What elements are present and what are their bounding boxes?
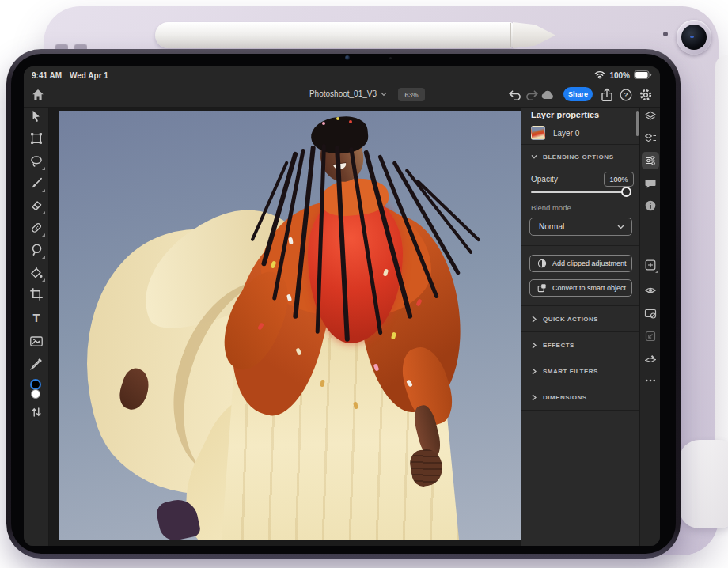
top-button bbox=[55, 44, 68, 49]
tool-healing-brush[interactable] bbox=[28, 220, 44, 236]
section-effects[interactable]: EFFECTS bbox=[521, 332, 640, 358]
undo-button[interactable] bbox=[507, 87, 523, 103]
layers-icon[interactable] bbox=[644, 110, 657, 123]
section-smart-filters[interactable]: SMART FILTERS bbox=[521, 358, 640, 384]
chevron-right-icon bbox=[532, 316, 537, 323]
chevron-down-icon bbox=[617, 225, 624, 229]
layer-properties-icon[interactable] bbox=[644, 132, 657, 145]
comments-icon[interactable] bbox=[644, 177, 657, 190]
blending-options-label: BLENDING OPTIONS bbox=[543, 153, 614, 161]
section-label: SMART FILTERS bbox=[543, 368, 598, 375]
section-quick-actions[interactable]: QUICK ACTIONS bbox=[521, 306, 640, 332]
blend-mode-label: Blend mode bbox=[531, 203, 571, 212]
chevron-right-icon bbox=[532, 394, 537, 401]
more-options-icon[interactable] bbox=[644, 374, 657, 387]
visibility-eye-icon[interactable] bbox=[644, 284, 657, 297]
tool-place-photo[interactable] bbox=[28, 333, 44, 349]
svg-text:?: ? bbox=[624, 90, 628, 99]
tool-brush[interactable] bbox=[28, 176, 44, 191]
layer-name[interactable]: Layer 0 bbox=[553, 129, 579, 138]
opacity-label: Opacity bbox=[531, 175, 558, 184]
canvas-workspace[interactable] bbox=[49, 108, 521, 546]
tool-move[interactable] bbox=[28, 108, 44, 124]
front-sensor-dot bbox=[389, 57, 392, 59]
tool-clone-stamp[interactable] bbox=[28, 242, 44, 258]
section-label: QUICK ACTIONS bbox=[543, 316, 598, 323]
panel-sections: QUICK ACTIONS EFFECTS SMART FILTERS DIME… bbox=[521, 305, 640, 411]
layer-thumbnail[interactable] bbox=[531, 126, 545, 140]
panel-scrollbar[interactable] bbox=[636, 111, 639, 136]
document-title[interactable]: Photoshoot_01_V3 bbox=[285, 89, 411, 98]
opacity-slider-knob[interactable] bbox=[621, 187, 631, 197]
tool-type[interactable]: T bbox=[28, 310, 44, 326]
section-label: EFFECTS bbox=[543, 342, 574, 349]
zoom-level-badge[interactable]: 63% bbox=[398, 88, 425, 101]
chevron-right-icon bbox=[532, 368, 537, 375]
section-label: DIMENSIONS bbox=[543, 394, 587, 401]
opacity-slider-track[interactable] bbox=[531, 191, 626, 193]
properties-sliders-icon[interactable] bbox=[644, 154, 657, 167]
settings-gear-icon[interactable] bbox=[638, 87, 654, 103]
convert-smart-object-button[interactable]: Convert to smart object bbox=[529, 279, 632, 297]
share-button-label: Share bbox=[568, 90, 588, 98]
rear-mic-dot bbox=[663, 32, 668, 36]
cloud-sync-icon[interactable] bbox=[540, 87, 555, 103]
panel-title: Layer properties bbox=[531, 110, 599, 119]
add-layer-icon[interactable] bbox=[644, 259, 657, 271]
chevron-down-icon bbox=[381, 92, 387, 97]
blending-options-header[interactable]: BLENDING OPTIONS bbox=[531, 153, 614, 161]
apple-pencil bbox=[155, 22, 514, 48]
status-bar: 9:41 AM Wed Apr 1 100% bbox=[24, 66, 660, 84]
foreground-color-chip[interactable] bbox=[30, 379, 41, 390]
adjustment-icon bbox=[537, 259, 547, 268]
flatten-icon[interactable] bbox=[644, 352, 657, 365]
info-icon[interactable] bbox=[644, 199, 657, 212]
tool-crop[interactable] bbox=[28, 286, 44, 302]
add-clipped-adjustment-button[interactable]: Add clipped adjustment bbox=[529, 255, 632, 272]
smart-object-icon bbox=[537, 283, 547, 293]
export-icon[interactable] bbox=[599, 87, 615, 103]
volume-button bbox=[74, 44, 87, 49]
rear-camera-glint bbox=[690, 36, 694, 38]
canvas-photo[interactable] bbox=[59, 111, 521, 540]
tool-eraser[interactable] bbox=[28, 198, 44, 214]
chevron-right-icon bbox=[532, 342, 537, 349]
battery-icon bbox=[634, 68, 652, 82]
tool-transform[interactable] bbox=[28, 131, 44, 146]
zoom-level-text: 63% bbox=[404, 91, 418, 99]
svg-text:T: T bbox=[33, 312, 40, 324]
tool-fill[interactable] bbox=[28, 265, 44, 281]
home-button[interactable] bbox=[30, 87, 46, 103]
apple-pencil-seam bbox=[510, 23, 511, 47]
folio-corner bbox=[679, 440, 728, 528]
swap-colors-button[interactable] bbox=[28, 404, 44, 420]
chevron-down-icon bbox=[531, 154, 537, 160]
tool-lasso-select[interactable] bbox=[28, 153, 44, 169]
wifi-icon bbox=[594, 68, 605, 82]
battery-percent: 100% bbox=[609, 71, 630, 80]
share-button[interactable]: Share bbox=[563, 87, 593, 101]
photoshop-app: 9:41 AM Wed Apr 1 100% Photoshoot_01_V3 … bbox=[24, 66, 660, 546]
opacity-value-field[interactable]: 100% bbox=[604, 172, 634, 187]
background-color-chip[interactable] bbox=[31, 389, 40, 399]
tool-eyedropper[interactable] bbox=[28, 356, 44, 372]
tool-strip: T bbox=[24, 108, 49, 546]
redo-button[interactable] bbox=[524, 87, 540, 103]
rear-camera-lens bbox=[681, 25, 707, 50]
export-layer-icon[interactable] bbox=[644, 330, 657, 343]
help-button[interactable]: ? bbox=[618, 87, 634, 103]
blend-mode-select[interactable]: Normal bbox=[529, 218, 632, 236]
convert-smart-object-label: Convert to smart object bbox=[552, 284, 626, 292]
right-icon-rail bbox=[639, 108, 660, 546]
scene: 9:41 AM Wed Apr 1 100% Photoshoot_01_V3 … bbox=[0, 0, 728, 568]
opacity-value-text: 100% bbox=[609, 176, 628, 184]
blend-mode-value: Normal bbox=[539, 222, 564, 231]
front-camera-icon bbox=[345, 55, 350, 60]
layer-properties-panel: Layer properties Layer 0 BLENDING OPTION… bbox=[521, 108, 639, 546]
add-clipped-adjustment-label: Add clipped adjustment bbox=[552, 259, 627, 267]
status-time: 9:41 AM bbox=[32, 71, 62, 80]
document-title-text: Photoshoot_01_V3 bbox=[309, 89, 377, 98]
layer-mask-icon[interactable] bbox=[644, 307, 657, 320]
section-dimensions[interactable]: DIMENSIONS bbox=[521, 384, 640, 411]
folio-edge bbox=[715, 55, 728, 475]
